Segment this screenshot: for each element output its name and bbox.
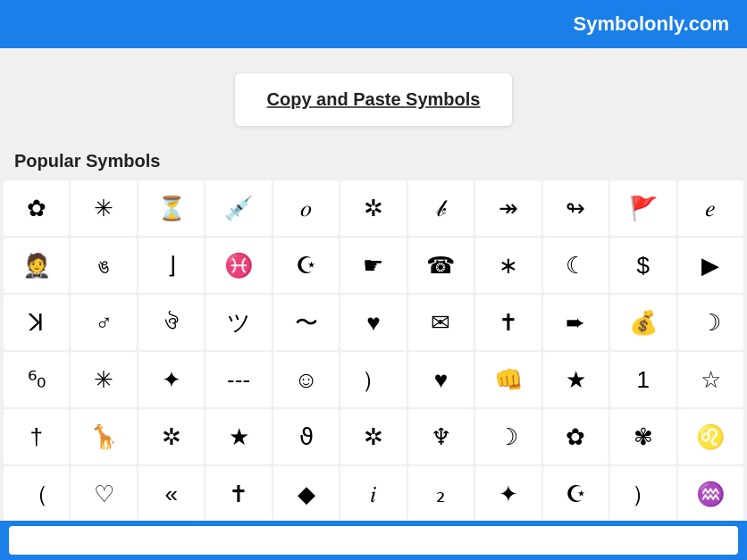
symbol-cell[interactable]: ☾ (543, 238, 609, 293)
symbol-cell[interactable]: 𝑖 (340, 466, 406, 522)
symbol-cell[interactable]: ☛ (340, 238, 406, 293)
symbol-cell[interactable]: ✦ (475, 466, 541, 522)
symbol-cell[interactable]: 1 (610, 352, 676, 407)
symbol-cell[interactable]: 👊 (475, 352, 541, 407)
symbol-cell[interactable]: ♌ (678, 409, 743, 464)
symbol-cell[interactable]: ✝ (206, 466, 271, 522)
symbol-cell[interactable]: ↬ (543, 180, 609, 236)
symbol-cell[interactable]: ∗ (475, 238, 541, 293)
symbol-cell[interactable]: ） (610, 466, 676, 522)
symbol-cell[interactable]: ✿ (543, 409, 609, 464)
symbol-cell[interactable]: ϑ (273, 409, 339, 464)
symbol-cell[interactable]: ▶ (678, 238, 743, 293)
symbol-cell[interactable]: ↠ (475, 180, 541, 236)
symbol-cell[interactable]: ♓ (206, 238, 271, 293)
symbol-cell[interactable]: 𝑜 (273, 180, 339, 236)
symbol-cell[interactable]: 𝒷 (408, 180, 474, 236)
symbol-cell[interactable]: ♡ (71, 466, 136, 522)
section-title: Popular Symbols (0, 144, 747, 180)
symbol-cell[interactable]: ✝ (475, 295, 541, 350)
symbol-cell[interactable]: ♥ (340, 295, 406, 350)
symbol-cell[interactable]: --- (206, 352, 271, 407)
symbol-cell[interactable]: ꓘ (4, 295, 69, 350)
site-title: Symbolonly.com (574, 13, 729, 35)
symbol-cell[interactable]: ✳ (71, 352, 136, 407)
symbol-cell[interactable]: ✳ (71, 180, 136, 236)
symbol-cell[interactable]: 💉 (206, 180, 271, 236)
symbol-cell[interactable]: ♒ (678, 466, 743, 522)
symbol-cell[interactable]: « (138, 466, 204, 522)
symbol-cell[interactable]: ✉ (408, 295, 474, 350)
symbol-cell[interactable]: ✲ (340, 409, 406, 464)
hero-label[interactable]: Copy and Paste Symbols (235, 73, 513, 126)
symbol-cell[interactable]: 🦒 (71, 409, 136, 464)
symbol-cell[interactable]: ঔ (138, 295, 204, 350)
symbols-grid: ✿✳⏳💉𝑜✲𝒷↠↬🚩𝑒🤵ঙ⌋♓☪☛☎∗☾$▶ꓘ♂ঔツ〜♥✉✝➨💰☽⁶₀✳✦---… (0, 180, 747, 522)
bottom-bar (0, 521, 747, 522)
symbol-cell[interactable]: 〜 (273, 295, 339, 350)
symbol-cell[interactable]: ★ (206, 409, 271, 464)
symbol-cell[interactable]: ☽ (475, 409, 541, 464)
symbol-cell[interactable]: ⏳ (138, 180, 204, 236)
symbol-cell[interactable]: ➨ (543, 295, 609, 350)
symbol-cell[interactable]: ₂ (408, 466, 474, 522)
symbol-cell[interactable]: ✲ (138, 409, 204, 464)
hero-section: Copy and Paste Symbols (0, 48, 747, 144)
symbol-cell[interactable]: 𝑒 (678, 180, 743, 236)
symbol-cell[interactable]: ☪ (543, 466, 609, 522)
symbol-cell[interactable]: ♥ (408, 352, 474, 407)
symbol-cell[interactable]: ✾ (610, 409, 676, 464)
symbol-cell[interactable]: 🚩 (610, 180, 676, 236)
symbol-cell[interactable]: ⁶₀ (4, 352, 69, 407)
symbol-cell[interactable]: 🤵 (4, 238, 69, 293)
symbol-cell[interactable]: ⌋ (138, 238, 204, 293)
symbol-cell[interactable]: $ (610, 238, 676, 293)
symbol-cell[interactable]: ☎ (408, 238, 474, 293)
symbol-cell[interactable]: ♂ (71, 295, 136, 350)
symbol-cell[interactable]: ツ (206, 295, 271, 350)
symbol-cell[interactable]: ♆ (408, 409, 474, 464)
symbol-cell[interactable]: ☽ (678, 295, 743, 350)
symbol-cell[interactable]: ☪ (273, 238, 339, 293)
symbol-cell[interactable]: ✦ (138, 352, 204, 407)
symbol-cell[interactable]: ☺ (273, 352, 339, 407)
symbol-cell[interactable]: ঙ (71, 238, 136, 293)
symbol-cell[interactable]: ☆ (678, 352, 743, 407)
symbol-cell[interactable]: （ (4, 466, 69, 522)
symbol-cell[interactable]: 💰 (610, 295, 676, 350)
symbol-cell[interactable]: ✿ (4, 180, 69, 236)
symbol-cell[interactable]: ） (340, 352, 406, 407)
header: Symbolonly.com (0, 0, 747, 48)
symbol-cell[interactable]: ◆ (273, 466, 339, 522)
symbol-cell[interactable]: ★ (543, 352, 609, 407)
symbol-cell[interactable]: ✲ (340, 180, 406, 236)
symbol-cell[interactable]: † (4, 409, 69, 464)
